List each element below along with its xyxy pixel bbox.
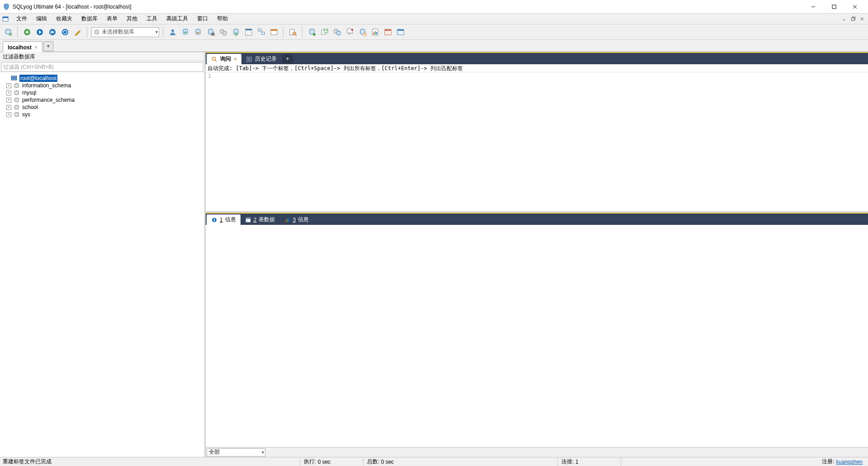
filter-header: 过滤器数据库 — [0, 52, 204, 61]
sql-editor[interactable]: 1 — [206, 72, 868, 211]
svg-rect-64 — [373, 33, 374, 34]
find-button[interactable] — [288, 27, 298, 38]
refresh-button[interactable] — [60, 27, 71, 38]
query-tabbar: 询问 × 历史记录 + — [206, 52, 868, 64]
database-selector[interactable]: 未选择数据库 ▾ — [91, 27, 159, 37]
line-gutter: 1 — [206, 72, 212, 211]
close-icon[interactable]: × — [34, 44, 38, 51]
expander-icon[interactable]: + — [6, 105, 11, 110]
report-button[interactable] — [370, 27, 381, 38]
menu-table[interactable]: 表单 — [102, 14, 122, 24]
object-browser: 过滤器数据库 过滤器 (Ctrl+Shift+B) − root@localho… — [0, 52, 206, 457]
connection-tab[interactable]: localhost × — [3, 41, 42, 52]
tree-database-item[interactable]: + mysql — [1, 89, 203, 96]
menu-database[interactable]: 数据库 — [77, 14, 102, 24]
svg-rect-72 — [397, 29, 404, 31]
expander-icon[interactable]: + — [6, 83, 11, 88]
copy-db-button[interactable] — [332, 27, 343, 38]
result-tab-info2[interactable]: 3 信息 — [279, 214, 313, 225]
minimize-button[interactable] — [803, 0, 824, 14]
query-tab[interactable]: 询问 × — [207, 54, 241, 64]
query-builder-button[interactable] — [269, 27, 279, 38]
database-selector-text: 未选择数据库 — [102, 28, 134, 36]
history-tab[interactable]: 历史记录 — [241, 54, 281, 64]
autocomplete-hint: 自动完成: [Tab]-> 下一个标签，[Ctrl+Space]-> 列出所有标… — [206, 64, 868, 72]
expander-icon[interactable]: + — [6, 112, 11, 117]
result-tab-info[interactable]: i 1 信息 — [207, 214, 241, 225]
status-total: 总数: 0 sec — [363, 458, 558, 466]
expander-icon[interactable]: + — [6, 98, 11, 103]
tree-root[interactable]: − root@localhost — [1, 75, 203, 82]
data-sync-button[interactable] — [231, 27, 241, 38]
visual-builder-button[interactable] — [243, 27, 254, 38]
svg-line-49 — [295, 34, 297, 36]
svg-rect-5 — [3, 17, 8, 18]
mdi-close-button[interactable] — [858, 15, 866, 23]
menu-window[interactable]: 窗口 — [193, 14, 212, 24]
result-tab-num: 1 — [220, 217, 223, 223]
database-icon — [13, 90, 20, 96]
calendar-button[interactable] — [382, 27, 393, 38]
code-area[interactable] — [212, 72, 868, 211]
menu-other[interactable]: 其他 — [122, 14, 142, 24]
mdi-system-icon[interactable] — [2, 15, 9, 23]
window-title: SQLyog Ultimate 64 - [localhost - root@l… — [13, 4, 132, 10]
new-connection-button[interactable] — [3, 27, 14, 38]
scheduled-backup-button[interactable] — [357, 27, 368, 38]
menu-file[interactable]: 文件 — [12, 14, 32, 24]
result-tabbar: i 1 信息 2 表数据 3 信息 — [206, 213, 868, 225]
database-icon — [94, 29, 100, 35]
notifications-button[interactable] — [344, 27, 355, 38]
format-query-button[interactable] — [72, 27, 83, 38]
database-tree[interactable]: − root@localhost + information_schema + … — [0, 73, 204, 457]
result-tab-tabledata[interactable]: 2 表数据 — [241, 214, 280, 225]
menu-powertools[interactable]: 高级工具 — [162, 14, 193, 24]
flush-button[interactable] — [307, 27, 317, 38]
schema-sync-button[interactable] — [218, 27, 229, 38]
menu-edit[interactable]: 编辑 — [32, 14, 52, 24]
register-link[interactable]: kuangshen — [836, 459, 863, 465]
svg-rect-65 — [375, 31, 376, 34]
mdi-minimize-button[interactable] — [840, 15, 848, 23]
plus-icon: + — [47, 43, 50, 49]
menu-tools[interactable]: 工具 — [142, 14, 162, 24]
result-footer: 全部 ▾ — [206, 447, 868, 457]
import-button[interactable] — [180, 27, 191, 38]
add-connection-tab-button[interactable]: + — [43, 41, 53, 51]
new-query-button[interactable] — [22, 27, 33, 38]
tree-database-item[interactable]: + information_schema — [1, 82, 203, 89]
schema-designer-button[interactable] — [256, 27, 267, 38]
svg-rect-8 — [851, 18, 854, 21]
svg-marker-57 — [349, 33, 351, 35]
backup-button[interactable] — [205, 27, 216, 38]
menu-favorites[interactable]: 收藏夹 — [52, 14, 77, 24]
menu-help[interactable]: 帮助 — [212, 14, 232, 24]
svg-line-83 — [215, 60, 217, 62]
svg-rect-34 — [212, 33, 214, 35]
execute-query-button[interactable] — [34, 27, 45, 38]
execute-all-button[interactable] — [47, 27, 58, 38]
svg-point-82 — [212, 57, 216, 60]
tree-item-label: performance_schema — [22, 96, 75, 104]
table-diagnostics-button[interactable] — [319, 27, 330, 38]
export-button[interactable] — [193, 27, 203, 38]
preferences-button[interactable] — [395, 27, 406, 38]
right-pane: 询问 × 历史记录 + 自动完成: [Tab]-> 下一个标签，[Ctrl+Sp… — [206, 52, 868, 457]
filter-input[interactable]: 过滤器 (Ctrl+Shift+B) — [1, 62, 203, 72]
tree-database-item[interactable]: + performance_schema — [1, 96, 203, 104]
tree-item-label: information_schema — [22, 82, 71, 89]
svg-rect-93 — [285, 220, 286, 222]
user-manager-button[interactable] — [167, 27, 178, 38]
close-icon[interactable]: × — [234, 56, 237, 62]
add-query-tab-button[interactable]: + — [282, 54, 293, 63]
tree-database-item[interactable]: + school — [1, 104, 203, 111]
mdi-restore-button[interactable] — [849, 15, 857, 23]
maximize-button[interactable] — [824, 0, 844, 14]
mdi-controls — [840, 15, 866, 23]
status-exec: 执行: 0 sec — [300, 458, 363, 466]
status-connections: 连接: 1 — [558, 458, 621, 466]
close-button[interactable] — [844, 0, 865, 14]
tree-database-item[interactable]: + sys — [1, 111, 203, 118]
expander-icon[interactable]: + — [6, 90, 11, 95]
result-scope-select[interactable]: 全部 ▾ — [207, 448, 265, 456]
